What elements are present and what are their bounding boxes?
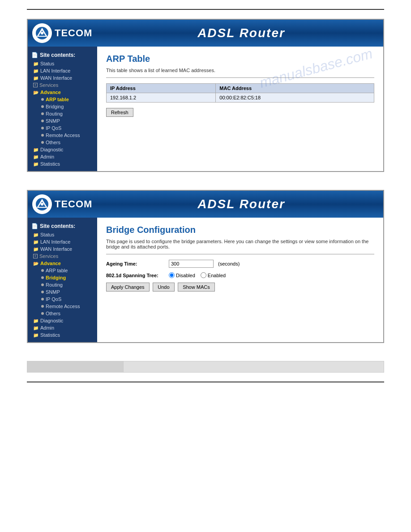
sidebar-label-services-1: Services	[39, 82, 58, 88]
panel-1-header: TECOM ADSL Router	[28, 20, 383, 47]
panel-1-body: 📄 Site contents: 📁 Status 📁 LAN Interfac…	[28, 47, 383, 171]
sidebar-item-routing-1[interactable]: Routing	[28, 110, 97, 117]
svg-point-3	[41, 32, 43, 34]
sidebar-item-snmp-2[interactable]: SNMP	[28, 288, 97, 296]
folder-icon-diagnostic-1: 📁	[33, 147, 39, 152]
show-macs-button[interactable]: Show MACs	[178, 283, 215, 292]
sidebar-item-diagnostic-1[interactable]: 📁 Diagnostic	[28, 146, 97, 153]
th-mac: MAC Address	[216, 84, 374, 93]
sidebar-item-ipqos-2[interactable]: IP QoS	[28, 296, 97, 303]
radio-disabled-label[interactable]: Disabled	[169, 272, 195, 278]
sidebar-title-1: 📄 Site contents:	[28, 50, 97, 60]
sidebar-item-diagnostic-2[interactable]: 📁 Diagnostic	[28, 317, 97, 324]
sidebar-item-bridging-1[interactable]: Bridging	[28, 103, 97, 110]
apply-changes-button[interactable]: Apply Changes	[106, 283, 150, 292]
sidebar-item-arptable-2[interactable]: ARP table	[28, 267, 97, 274]
folder-icon-statistics-1: 📁	[33, 162, 39, 167]
dot-ipqos-2	[41, 298, 44, 300]
bottom-line	[27, 382, 384, 382]
undo-button[interactable]: Undo	[153, 283, 174, 292]
page-title-2: Bridge Configuration	[106, 225, 374, 235]
sidebar-label-others-1: Others	[46, 140, 60, 145]
sidebar-item-admin-1[interactable]: 📁 Admin	[28, 153, 97, 160]
dot-ipqos-1	[41, 127, 44, 129]
tecom-logo-icon-2	[35, 197, 49, 211]
sidebar-item-services-2[interactable]: + Services	[28, 253, 97, 260]
sidebar-label-status-2: Status	[40, 232, 54, 237]
page-wrapper: TECOM ADSL Router 📄 Site contents: 📁 Sta…	[0, 0, 411, 532]
sidebar-label-diagnostic-1: Diagnostic	[40, 147, 63, 152]
sidebar-item-ipqos-1[interactable]: IP QoS	[28, 124, 97, 132]
panel-2-body: 📄 Site contents: 📁 Status 📁 LAN Interfac…	[28, 218, 383, 342]
dot-arptable-2	[41, 269, 44, 272]
td-mac-1: 00:00:E2:82:C5:18	[216, 93, 374, 103]
divider-1	[106, 77, 374, 78]
plus-icon-services-2: +	[33, 254, 38, 258]
sidebar-item-others-1[interactable]: Others	[28, 139, 97, 146]
spanning-tree-radio-group: Disabled Enabled	[169, 272, 226, 278]
doc-icon-2: 📄	[31, 223, 38, 229]
sidebar-item-admin-2[interactable]: 📁 Admin	[28, 324, 97, 331]
sidebar-item-routing-2[interactable]: Routing	[28, 281, 97, 288]
sidebar-item-remoteaccess-1[interactable]: Remote Access	[28, 132, 97, 139]
folder-icon-advance-1: 📂	[33, 90, 39, 95]
ageing-time-unit: (seconds)	[218, 261, 240, 266]
sidebar-item-statistics-1[interactable]: 📁 Statistics	[28, 160, 97, 167]
main-content-1: manualsbase.com ARP Table This table sho…	[97, 47, 383, 171]
sidebar-label-wan-2: WAN Interface	[40, 246, 72, 252]
sidebar-label-remoteaccess-2: Remote Access	[46, 304, 80, 309]
logo-text-2: TECOM	[55, 198, 92, 210]
bottom-bar-left	[27, 361, 124, 372]
sidebar-item-arptable-1[interactable]: ARP table	[28, 96, 97, 103]
sidebar-item-lan-1[interactable]: 📁 LAN Interface	[28, 67, 97, 74]
sidebar-item-status-2[interactable]: 📁 Status	[28, 231, 97, 238]
sidebar-label-lan-1: LAN Interface	[40, 68, 70, 73]
sidebar-item-snmp-1[interactable]: SNMP	[28, 117, 97, 124]
doc-icon-1: 📄	[31, 52, 38, 58]
td-ip-1: 192.168.1.2	[107, 93, 216, 103]
ageing-time-row: Ageing Time: (seconds)	[106, 260, 374, 268]
sidebar-label-statistics-2: Statistics	[40, 332, 60, 338]
table-row-1: 192.168.1.2 00:00:E2:82:C5:18	[107, 93, 374, 103]
sidebar-item-others-2[interactable]: Others	[28, 310, 97, 317]
radio-disabled-text: Disabled	[176, 273, 195, 278]
sidebar-label-admin-2: Admin	[40, 325, 54, 330]
sidebar-item-statistics-2[interactable]: 📁 Statistics	[28, 331, 97, 339]
panel-1: TECOM ADSL Router 📄 Site contents: 📁 Sta…	[27, 19, 384, 172]
dot-arptable-1	[41, 98, 44, 101]
panel-2: TECOM ADSL Router 📄 Site contents: 📁 Sta…	[27, 190, 384, 343]
folder-icon-lan-2: 📁	[33, 240, 39, 245]
sidebar-label-ipqos-2: IP QoS	[46, 296, 61, 302]
dot-routing-1	[41, 112, 44, 115]
ageing-time-input[interactable]	[169, 260, 214, 268]
folder-icon-admin-2: 📁	[33, 326, 39, 330]
tecom-logo-icon-1	[35, 26, 49, 40]
bottom-bar-right	[124, 361, 384, 372]
page-desc-1: This table shows a list of learned MAC a…	[106, 68, 374, 73]
radio-enabled-label[interactable]: Enabled	[201, 272, 226, 278]
sidebar-item-remoteaccess-2[interactable]: Remote Access	[28, 303, 97, 310]
sidebar-2: 📄 Site contents: 📁 Status 📁 LAN Interfac…	[28, 218, 97, 342]
sidebar-item-status-1[interactable]: 📁 Status	[28, 60, 97, 67]
sidebar-item-wan-2[interactable]: 📁 WAN Interface	[28, 245, 97, 253]
sidebar-label-bridging-2: Bridging	[46, 275, 66, 280]
button-row-2: Apply Changes Undo Show MACs	[106, 283, 374, 292]
folder-icon-admin-1: 📁	[33, 154, 39, 159]
dot-others-2	[41, 312, 44, 315]
page-title-1: ARP Table	[106, 54, 374, 64]
radio-enabled[interactable]	[201, 272, 206, 278]
sidebar-label-diagnostic-2: Diagnostic	[40, 318, 63, 323]
sidebar-item-wan-1[interactable]: 📁 WAN Interface	[28, 74, 97, 82]
dot-routing-2	[41, 283, 44, 286]
sidebar-item-services-1[interactable]: + Services	[28, 82, 97, 89]
radio-disabled[interactable]	[169, 272, 175, 278]
refresh-button[interactable]: Refresh	[106, 108, 133, 117]
dot-snmp-2	[41, 291, 44, 293]
sidebar-item-advance-1[interactable]: 📂 Advance	[28, 89, 97, 96]
divider-2	[106, 254, 374, 254]
folder-icon-advance-2: 📂	[33, 261, 39, 266]
sidebar-item-advance-2[interactable]: 📂 Advance	[28, 260, 97, 267]
sidebar-item-lan-2[interactable]: 📁 LAN Interface	[28, 238, 97, 245]
sidebar-item-bridging-2[interactable]: Bridging	[28, 274, 97, 281]
sidebar-label-arptable-1: ARP table	[46, 97, 69, 102]
